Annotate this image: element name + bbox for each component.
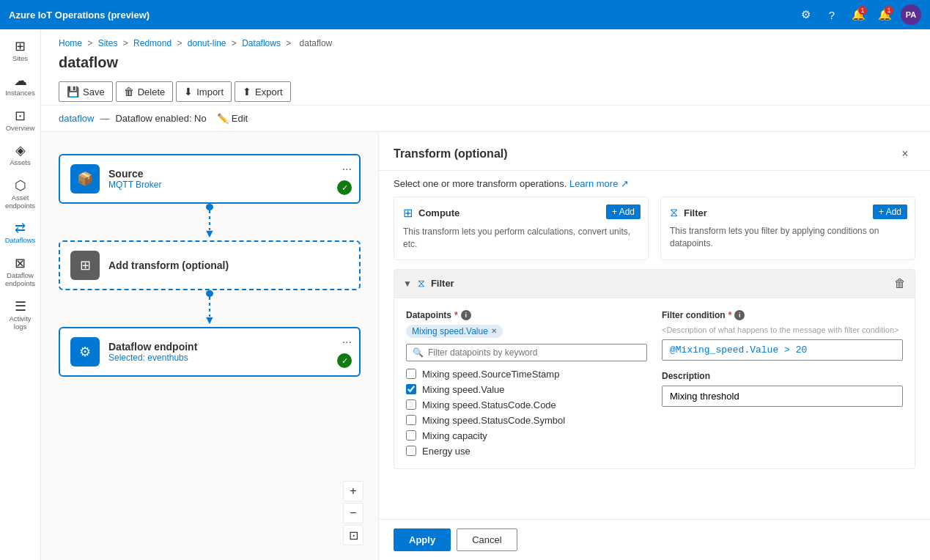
checkbox-mixing-speed-value[interactable]: Mixing speed.Value (406, 384, 647, 395)
filter-condition-input[interactable] (662, 339, 903, 361)
description-label: Description (662, 371, 903, 381)
checkbox-statuscode-symbol[interactable]: Mixing speed.StatusCode.Symbol (406, 415, 647, 426)
breadcrumb-donut-line[interactable]: donut-line (188, 38, 226, 48)
checkbox-statuscode-code[interactable]: Mixing speed.StatusCode.Code (406, 399, 647, 410)
breadcrumb-home[interactable]: Home (59, 38, 82, 48)
compute-card: ⊞ Compute + Add This transform lets you … (394, 196, 649, 260)
filter-add-button[interactable]: + Add (873, 205, 907, 219)
cancel-button[interactable]: Cancel (457, 528, 517, 551)
filter-body: Datapoints * i Mixing speed.Value ✕ (394, 298, 915, 469)
sidebar-item-sites[interactable]: ⊞ Sites (3, 35, 38, 67)
checkbox-mixing-speed-value-input[interactable] (406, 384, 416, 394)
page-header: Home > Sites > Redmond > donut-line > Da… (41, 29, 930, 106)
save-icon: 💾 (67, 86, 79, 97)
assets-icon: ◈ (15, 144, 26, 157)
sidebar-label-overview: Overview (6, 124, 35, 132)
checkbox-energy-use[interactable]: Energy use (406, 446, 647, 457)
panel-close-button[interactable]: × (895, 144, 915, 164)
checkbox-mixing-capacity-input[interactable] (406, 430, 416, 441)
subheader-link[interactable]: dataflow (59, 113, 94, 124)
dataflow-status: Dataflow enabled: No (115, 113, 206, 124)
filter-condition-placeholder: <Description of what happens to the mess… (662, 325, 903, 335)
endpoint-node-text: Dataflow endpoint Selected: eventhubs (108, 341, 197, 363)
connector-dot-2 (206, 290, 213, 297)
connector-arrow-2: ▼ (204, 314, 215, 327)
compute-card-header: ⊞ Compute (403, 206, 639, 220)
sidebar-item-instances[interactable]: ☁ Instances (3, 70, 38, 101)
filter-delete-button[interactable]: 🗑 (894, 277, 906, 290)
transform-cards: ⊞ Compute + Add This transform lets you … (379, 196, 930, 269)
connector-arrow-1: ▼ (204, 227, 215, 240)
tag-remove-button[interactable]: ✕ (491, 327, 497, 335)
endpoint-title: Dataflow endpoint (108, 341, 197, 353)
settings-icon[interactable]: ⚙ (795, 4, 816, 25)
checkbox-source-timestamp-input[interactable] (406, 369, 416, 379)
help-icon[interactable]: ? (822, 4, 842, 25)
filter-section: ▼ ⧖ Filter 🗑 Datapoints * i (379, 269, 930, 519)
learn-more-link[interactable]: Learn more ↗ (569, 178, 629, 189)
checkbox-energy-use-input[interactable] (406, 446, 416, 456)
filter-condition-info-icon[interactable]: i (734, 310, 745, 320)
sidebar-item-asset-endpoints[interactable]: ⬡ Asset endpoints (3, 174, 38, 215)
checkbox-statuscode-symbol-input[interactable] (406, 415, 416, 425)
panel-footer: Apply Cancel (379, 519, 930, 560)
page-title: dataflow (59, 54, 912, 71)
description-input[interactable] (662, 386, 903, 407)
notifications1-badge: 1 (858, 6, 867, 15)
checkbox-source-timestamp[interactable]: Mixing speed.SourceTimeStamp (406, 369, 647, 380)
asset-endpoints-icon: ⬡ (15, 179, 26, 192)
sidebar-label-dataflows: Dataflows (5, 236, 36, 244)
user-avatar[interactable]: PA (901, 4, 921, 25)
filter-header[interactable]: ▼ ⧖ Filter 🗑 (394, 269, 915, 298)
sidebar-item-overview[interactable]: ⊡ Overview (3, 105, 38, 136)
delete-button[interactable]: 🗑 Delete (116, 81, 174, 102)
subheader-sep: — (100, 113, 109, 124)
flow-canvas: 📦 Source MQTT Broker ··· ✓ (41, 132, 378, 560)
breadcrumb-redmond[interactable]: Redmond (133, 38, 171, 48)
topbar: Azure IoT Operations (preview) ⚙ ? 🔔 1 🔔… (0, 0, 930, 29)
compute-add-button[interactable]: + Add (606, 205, 641, 219)
search-input[interactable] (428, 347, 641, 358)
source-node[interactable]: 📦 Source MQTT Broker ··· ✓ (59, 154, 361, 204)
export-button[interactable]: ⬆ Export (235, 81, 291, 102)
sidebar-label-dataflow-endpoints: Dataflow endpoints (5, 271, 35, 288)
filter-card-header: ⧖ Filter (670, 206, 906, 219)
endpoint-node[interactable]: ⚙ Dataflow endpoint Selected: eventhubs … (59, 327, 361, 377)
zoom-in-button[interactable]: + (343, 481, 363, 501)
apply-button[interactable]: Apply (394, 528, 451, 551)
flow-items: 📦 Source MQTT Broker ··· ✓ (59, 147, 361, 377)
import-icon: ⬇ (184, 86, 193, 97)
endpoint-check: ✓ (337, 353, 352, 368)
edit-button[interactable]: ✏️ Edit (213, 111, 252, 125)
zoom-out-button[interactable]: − (343, 503, 363, 523)
checkbox-statuscode-code-input[interactable] (406, 399, 416, 410)
sidebar-label-activity-logs: Activity logs (6, 314, 35, 331)
source-menu[interactable]: ··· (342, 163, 352, 176)
notifications2-icon[interactable]: 🔔 1 (874, 4, 895, 25)
import-button[interactable]: ⬇ Import (176, 81, 232, 102)
datapoints-info-icon[interactable]: i (461, 310, 471, 320)
endpoint-node-wrapper: ⚙ Dataflow endpoint Selected: eventhubs … (59, 327, 361, 377)
breadcrumb-sites[interactable]: Sites (98, 38, 118, 48)
breadcrumb-dataflows[interactable]: Dataflows (242, 38, 281, 48)
sidebar-item-activity-logs[interactable]: ☰ Activity logs (3, 295, 38, 336)
toolbar: 💾 Save 🗑 Delete ⬇ Import ⬆ Export (59, 78, 912, 105)
canvas-controls: + − ⊡ (343, 481, 363, 545)
source-title: Source (108, 168, 161, 180)
endpoint-icon: ⚙ (70, 337, 100, 366)
fit-button[interactable]: ⊡ (343, 525, 363, 545)
dataflow-endpoints-icon: ⊠ (15, 257, 26, 270)
app-layout: ⊞ Sites ☁ Instances ⊡ Overview ◈ Assets … (0, 29, 930, 560)
save-button[interactable]: 💾 Save (59, 81, 113, 102)
transform-node[interactable]: ⊞ Add transform (optional) (59, 240, 361, 290)
filter-left: Datapoints * i Mixing speed.Value ✕ (406, 310, 647, 457)
sidebar-item-dataflow-endpoints[interactable]: ⊠ Dataflow endpoints (3, 252, 38, 292)
checkbox-mixing-capacity[interactable]: Mixing capacity (406, 430, 647, 441)
sidebar-item-dataflows[interactable]: ⇄ Dataflows (3, 217, 38, 248)
source-node-wrapper: 📦 Source MQTT Broker ··· ✓ (59, 154, 361, 204)
notifications1-icon[interactable]: 🔔 1 (848, 4, 868, 25)
sidebar-item-assets[interactable]: ◈ Assets (3, 139, 38, 171)
endpoint-menu[interactable]: ··· (342, 336, 352, 349)
panel-subtitle: Select one or more transform operations.… (379, 171, 930, 196)
filter-card-icon: ⧖ (670, 206, 678, 219)
